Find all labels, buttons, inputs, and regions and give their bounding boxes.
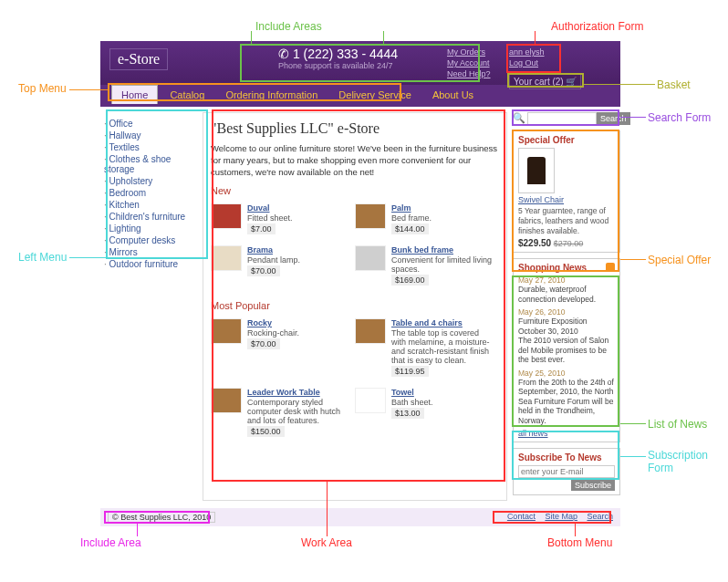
- product-card: Bunk bed frameConvenient for limited liv…: [355, 242, 499, 293]
- product-desc: Bath sheet.: [391, 398, 433, 407]
- footer: © Best Supplies LLC, 2010 Contact Site M…: [100, 508, 620, 526]
- search-button[interactable]: Search: [597, 112, 630, 125]
- news-date: May 26, 2010: [518, 307, 615, 317]
- product-name[interactable]: Brama: [247, 245, 300, 255]
- product-name[interactable]: Palm: [391, 203, 432, 213]
- product-name[interactable]: Rocky: [247, 318, 299, 327]
- left-menu-item[interactable]: Mirrors: [104, 246, 199, 258]
- left-menu-item[interactable]: Outdoor furniture: [104, 258, 199, 270]
- product-name[interactable]: Bunk bed frame: [391, 245, 494, 255]
- offer-desc: 5 Year guarntee, range of fabrics, leath…: [518, 206, 615, 236]
- left-menu-item[interactable]: Computer desks: [104, 234, 199, 246]
- phone-number: 1 (222) 333 - 4444: [293, 47, 398, 61]
- news-body: Furniture Exposition October 30, 2010The…: [518, 317, 615, 365]
- my-orders-link[interactable]: My Orders: [447, 47, 491, 57]
- label-top-menu: Top Menu: [18, 82, 67, 95]
- all-news-link[interactable]: all news: [518, 429, 548, 438]
- rss-icon[interactable]: [606, 263, 615, 272]
- subscribe-input[interactable]: [518, 465, 615, 478]
- auth-links: ann elysh Log Out: [509, 47, 545, 68]
- menu-home[interactable]: Home: [111, 85, 158, 104]
- left-menu-item[interactable]: Office: [104, 118, 199, 130]
- menu-catalog[interactable]: Catalog: [161, 86, 213, 104]
- left-menu-item[interactable]: Children's furniture: [104, 211, 199, 223]
- menu-about[interactable]: About Us: [423, 86, 483, 104]
- username-link[interactable]: ann elysh: [509, 47, 545, 57]
- product-thumb: [211, 245, 242, 271]
- phone-icon: ✆: [278, 47, 289, 61]
- copyright: © Best Supplies LLC, 2010: [108, 512, 215, 523]
- subscribe-button[interactable]: Subscribe: [571, 480, 615, 491]
- cart-widget[interactable]: Your cart (2) 🛒: [509, 74, 581, 89]
- product-desc: The table top is covered with melamine, …: [391, 328, 494, 365]
- page-title: "Best Supplies LLC" e-Store: [211, 120, 499, 137]
- label-auth-form: Authorization Form: [551, 20, 643, 33]
- search-input[interactable]: [527, 112, 597, 125]
- news-panel: Shopping News May 27, 2010Durable, water…: [513, 258, 620, 442]
- product-name[interactable]: Towel: [391, 388, 433, 397]
- product-thumb: [211, 388, 242, 413]
- subscribe-title: Subscribe To News: [518, 452, 615, 462]
- left-menu-item[interactable]: Textiles: [104, 141, 199, 153]
- label-left-menu: Left Menu: [18, 251, 67, 264]
- product-thumb: [355, 245, 386, 271]
- new-heading: New: [211, 185, 499, 196]
- conn-inc2: [383, 31, 384, 44]
- product-desc: Bed frame.: [391, 213, 432, 223]
- logout-link[interactable]: Log Out: [509, 57, 545, 68]
- product-name[interactable]: Leader Work Table: [247, 388, 349, 397]
- left-menu-item[interactable]: Clothes & shoe storage: [104, 153, 199, 175]
- conn-basket: [584, 84, 655, 85]
- left-menu-item[interactable]: Upholstery: [104, 175, 199, 187]
- product-desc: Fitted sheet.: [247, 213, 293, 223]
- product-card: TowelBath sheet.$13.00: [355, 384, 499, 444]
- product-desc: Contemporary styled computer desk with h…: [247, 398, 349, 425]
- conn-search: [620, 117, 646, 118]
- footer-sitemap[interactable]: Site Map: [545, 512, 577, 521]
- label-work-area: Work Area: [301, 536, 352, 549]
- site-mock: e-Store ✆ 1 (222) 333 - 4444 Phone suppo…: [100, 41, 620, 526]
- news-date: May 25, 2010: [518, 369, 615, 378]
- product-price: $7.00: [247, 223, 276, 234]
- conn-work: [327, 482, 328, 536]
- phone-block: ✆ 1 (222) 333 - 4444 Phone support is av…: [278, 47, 398, 70]
- conn-sub: [620, 456, 646, 457]
- label-subscription: SubscriptionForm: [648, 449, 708, 474]
- product-thumb: [355, 203, 386, 229]
- product-card: PalmBed frame.$144.00: [355, 200, 499, 242]
- offer-old-price: $279.00: [554, 239, 584, 248]
- conn-bottom: [575, 524, 576, 536]
- need-help-link[interactable]: Need Help?: [447, 68, 491, 79]
- footer-search[interactable]: Search: [587, 512, 613, 521]
- menu-delivery[interactable]: Delivery Service: [329, 86, 420, 104]
- left-menu-item[interactable]: Hallway: [104, 130, 199, 141]
- product-price: $13.00: [391, 408, 424, 419]
- product-name[interactable]: Duval: [247, 203, 293, 213]
- my-account-link[interactable]: My Account: [447, 57, 491, 68]
- conn-inc1: [251, 31, 252, 44]
- right-column: 🔍 Search Special Offer Swivel Chair 5 Ye…: [513, 112, 620, 501]
- product-card: Leader Work TableContemporary styled com…: [211, 384, 355, 444]
- search-form: 🔍 Search: [513, 112, 620, 125]
- conn-offer: [620, 259, 646, 260]
- top-menu: Home Catalog Ordering Information Delive…: [111, 85, 484, 104]
- label-bottom-menu: Bottom Menu: [547, 536, 612, 549]
- product-thumb: [355, 388, 386, 413]
- left-menu-item[interactable]: Lighting: [104, 223, 199, 234]
- label-include-area: Include Area: [80, 536, 141, 549]
- product-card: BramaPendant lamp.$70.00: [211, 242, 355, 293]
- label-basket: Basket: [657, 78, 691, 91]
- intro-text: Welcome to our online furniture store! W…: [211, 142, 499, 178]
- menu-ordering[interactable]: Ordering Information: [216, 86, 327, 104]
- conn-news: [620, 423, 646, 424]
- search-icon: 🔍: [513, 112, 525, 125]
- left-menu-item[interactable]: Bedroom: [104, 187, 199, 199]
- popular-heading: Most Popular: [211, 300, 499, 311]
- left-menu-item[interactable]: Kitchen: [104, 199, 199, 211]
- product-name[interactable]: Table and 4 chairs: [391, 318, 494, 327]
- product-thumb: [211, 203, 242, 229]
- footer-contact[interactable]: Contact: [507, 512, 536, 521]
- offer-name[interactable]: Swivel Chair: [518, 195, 615, 204]
- product-card: RockyRocking-chair.$70.00: [211, 315, 355, 384]
- product-price: $70.00: [247, 265, 280, 276]
